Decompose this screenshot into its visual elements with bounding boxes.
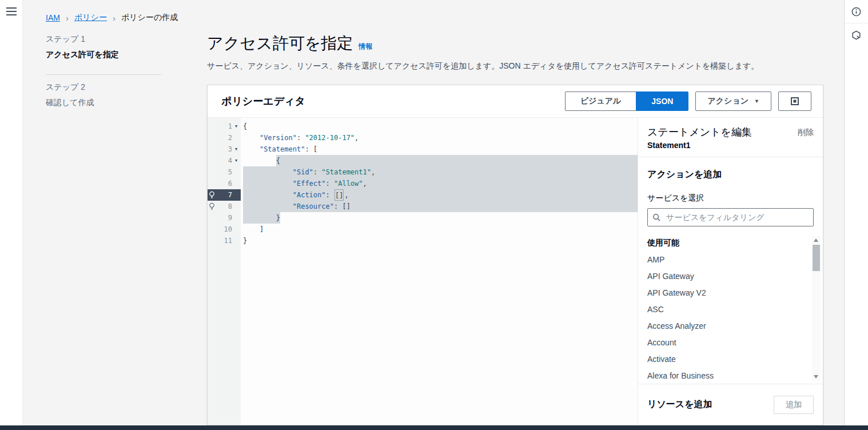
code-line-10[interactable]: 10 ]	[208, 224, 638, 235]
help-tools-strip	[844, 0, 868, 425]
add-resource-button[interactable]: 追加	[774, 396, 814, 414]
code-line-9[interactable]: 9 }	[208, 212, 638, 224]
code-token	[243, 166, 293, 178]
service-list-item[interactable]: Account	[647, 334, 803, 351]
code-token: :	[297, 132, 305, 144]
actions-dropdown-label: アクション	[707, 96, 748, 106]
step-1-title[interactable]: アクセス許可を指定	[46, 50, 161, 60]
line-number: 5	[217, 166, 232, 178]
gutter-line-5[interactable]: 5	[208, 166, 241, 178]
info-panel-button[interactable]	[845, 0, 868, 23]
code-token	[243, 201, 293, 212]
add-actions-section: アクションを追加 サービスを選択	[638, 157, 823, 226]
chevron-right-icon: ›	[113, 13, 116, 23]
editor-controls: ビジュアル JSON アクション ▼	[565, 91, 811, 111]
lightbulb-hint-icon[interactable]	[209, 202, 217, 210]
statement-name: Statement1	[647, 141, 752, 150]
gutter-line-4[interactable]: 4▼	[208, 155, 241, 166]
service-list-heading: 使用可能	[647, 234, 803, 251]
code-token	[243, 132, 260, 144]
code-token: :	[326, 178, 334, 189]
service-list-item[interactable]: Access Analyzer	[647, 317, 803, 334]
code-token: "Allow"	[334, 178, 363, 189]
code-line-1[interactable]: 1▼{	[208, 121, 638, 132]
code-token: "Sid"	[293, 166, 313, 178]
scroll-down-icon[interactable]	[814, 375, 818, 379]
hamburger-menu-icon[interactable]	[6, 7, 17, 15]
code-line-2[interactable]: 2 "Version": "2012-10-17",	[208, 132, 638, 144]
tab-json[interactable]: JSON	[636, 91, 688, 111]
code-token: "Statement"	[260, 144, 305, 155]
code-line-text: "Statement": [	[241, 144, 638, 155]
fullscreen-button[interactable]	[778, 91, 811, 111]
gutter-line-11[interactable]: 11	[208, 235, 241, 246]
code-line-7[interactable]: 7 "Action": [],	[208, 189, 638, 201]
breadcrumb-link-policies[interactable]: ポリシー	[74, 13, 107, 23]
chevron-down-icon: ▼	[754, 98, 759, 104]
amazon-q-button[interactable]	[845, 23, 868, 47]
fold-arrow-icon[interactable]: ▼	[232, 155, 240, 166]
tab-visual[interactable]: ビジュアル	[565, 91, 637, 111]
gutter-line-8[interactable]: 8	[208, 201, 241, 212]
add-actions-heading: アクションを追加	[647, 169, 814, 181]
service-list-items: AMP API Gateway API Gateway V2 ASC Acces…	[647, 251, 803, 384]
code-line-text: "Effect": "Allow",	[241, 178, 638, 189]
service-list-item[interactable]: ASC	[647, 301, 803, 317]
code-line-text: }	[241, 235, 638, 246]
breadcrumb: IAM › ポリシー › ポリシーの作成	[46, 13, 178, 23]
statement-panel: ステートメントを編集 Statement1 削除 アクションを追加 サービスを選…	[638, 118, 823, 425]
step-2-label: ステップ 2	[46, 82, 161, 93]
code-token: ,	[371, 166, 375, 178]
page-description: サービス、アクション、リソース、条件を選択してアクセス許可を追加します。JSON…	[207, 61, 833, 71]
service-list-item[interactable]: API Gateway	[647, 268, 803, 284]
add-resources-heading: リソースを追加	[647, 399, 712, 411]
gutter-line-2[interactable]: 2	[208, 132, 241, 144]
policy-editor-panel: ポリシーエディタ ビジュアル JSON アクション ▼	[207, 85, 823, 425]
service-list-item[interactable]: AMP	[647, 251, 803, 268]
code-line-6[interactable]: 6 "Effect": "Allow",	[208, 178, 638, 189]
breadcrumb-link-iam[interactable]: IAM	[46, 13, 60, 22]
line-number: 2	[217, 132, 232, 144]
step-1-label: ステップ 1	[46, 34, 161, 45]
actions-dropdown-button[interactable]: アクション ▼	[695, 91, 771, 111]
lightbulb-hint-icon[interactable]	[209, 191, 217, 199]
gutter-line-1[interactable]: 1▼	[208, 121, 241, 132]
code-token	[243, 189, 293, 201]
code-line-5[interactable]: 5 "Sid": "Statement1",	[208, 166, 638, 178]
line-number: 3	[217, 144, 232, 155]
service-list-item[interactable]: Alexa for Business	[647, 367, 803, 384]
service-list-scrollbar[interactable]	[812, 236, 821, 381]
json-code-editor[interactable]: 1▼{2 "Version": "2012-10-17",3▼ "Stateme…	[208, 118, 638, 425]
gutter-line-10[interactable]: 10	[208, 224, 241, 235]
code-token: ,	[355, 132, 359, 144]
info-link[interactable]: 情報	[359, 42, 372, 50]
scrollbar-thumb[interactable]	[813, 245, 820, 271]
service-list-item[interactable]: Activate	[647, 351, 803, 367]
code-line-11[interactable]: 11}	[208, 235, 638, 246]
fold-arrow-icon[interactable]: ▼	[232, 121, 240, 132]
statement-panel-title: ステートメントを編集	[647, 125, 752, 139]
fold-arrow-icon[interactable]: ▼	[232, 144, 240, 155]
line-number: 4	[217, 155, 232, 166]
gutter-line-9[interactable]: 9	[208, 212, 241, 224]
step-2: ステップ 2 確認して作成	[46, 82, 161, 108]
policy-editor-header: ポリシーエディタ ビジュアル JSON アクション ▼	[208, 85, 823, 117]
code-line-text: "Version": "2012-10-17",	[241, 132, 638, 144]
service-list-item[interactable]: API Gateway V2	[647, 284, 803, 301]
code-token: ,	[344, 189, 348, 201]
gutter-line-6[interactable]: 6	[208, 178, 241, 189]
service-filter-input[interactable]	[665, 212, 809, 222]
gutter-line-7[interactable]: 7	[208, 189, 241, 201]
delete-statement-button[interactable]: 削除	[798, 128, 814, 150]
code-token	[243, 155, 276, 166]
selection-highlight: "Sid": "Statement1",	[243, 166, 638, 178]
code-line-8[interactable]: 8 "Resource": []	[208, 201, 638, 212]
wizard-steps: ステップ 1 アクセス許可を指定 ステップ 2 確認して作成	[46, 34, 161, 108]
code-token: :	[326, 189, 334, 201]
fullscreen-icon	[790, 97, 799, 106]
code-line-3[interactable]: 3▼ "Statement": [	[208, 144, 638, 155]
gutter-line-3[interactable]: 3▼	[208, 144, 241, 155]
code-line-4[interactable]: 4▼ {	[208, 155, 638, 166]
cursor-bracket: []	[335, 189, 344, 201]
scroll-up-icon[interactable]	[814, 238, 818, 242]
